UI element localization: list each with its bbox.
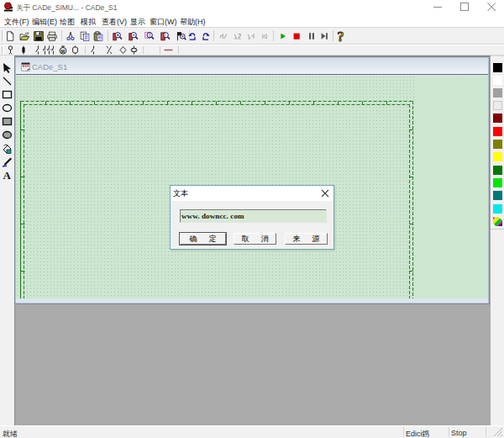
svg-text:?: ? [337, 29, 344, 43]
svg-text:M: M [60, 49, 65, 54]
svg-text:A: A [3, 169, 12, 180]
